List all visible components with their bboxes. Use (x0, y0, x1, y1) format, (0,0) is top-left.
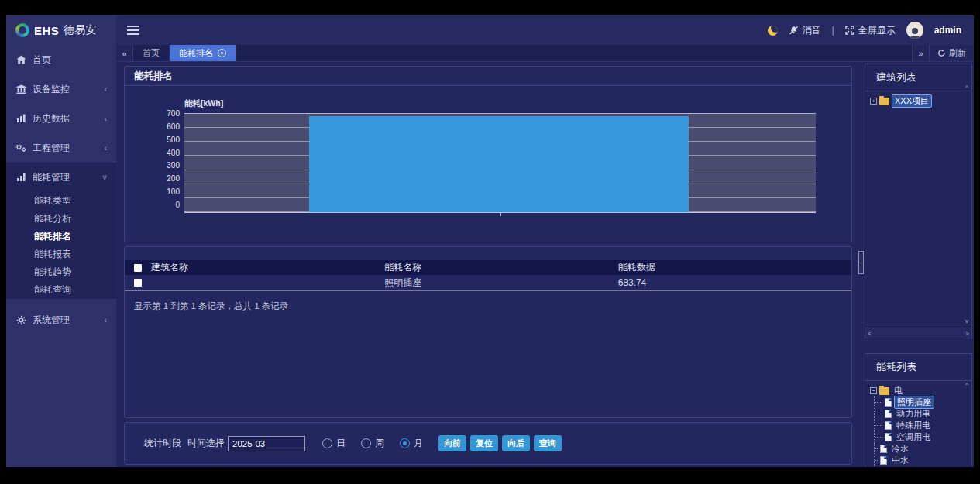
bell-muted-icon (789, 26, 799, 36)
sidebar-item-label: 系统管理 (33, 314, 70, 327)
user-avatar[interactable] (906, 22, 923, 39)
chevron-left-icon: ‹ (105, 316, 107, 324)
row-checkbox[interactable] (134, 279, 142, 287)
energy-list-title: 能耗列表 (865, 354, 971, 381)
radio-label: 日 (336, 437, 346, 450)
tree-node-cold-water[interactable]: 冷水 (875, 443, 968, 455)
scroll-down-icon[interactable]: v (965, 318, 968, 324)
sidebar-collapse-handle[interactable]: ‹ (858, 251, 864, 274)
folder-icon (879, 98, 889, 105)
time-select-label: 时间选择 (187, 437, 225, 450)
tree-node-label: 中水 (889, 455, 911, 466)
sidebar-item-project-management[interactable]: 工程管理 ‹ (6, 133, 116, 163)
theme-toggle-button[interactable] (768, 26, 778, 36)
time-input[interactable] (228, 436, 305, 451)
brand-logo: EHS 德易安 (6, 15, 116, 45)
chart-plot-area (184, 113, 816, 213)
table-row[interactable]: 照明插座 683.74 (125, 275, 851, 291)
chart-area: 能耗[kWh] 700600 500400 300200 1000 (125, 86, 851, 213)
radio-label: 周 (375, 437, 384, 450)
tree-node-label: 电 (892, 385, 905, 396)
radio-day[interactable]: 日 (322, 437, 346, 450)
tabs-scroll-left-button[interactable]: « (116, 45, 133, 61)
brand-name: 德易安 (64, 23, 96, 37)
sidebar-subitem-energy-query[interactable]: 能耗查询 (6, 281, 116, 299)
select-all-checkbox[interactable] (134, 264, 142, 272)
person-icon (908, 26, 922, 39)
radio-icon (361, 438, 371, 448)
left-sidebar: 首页 设备监控 ‹ 历史数据 ‹ 工程管理 ‹ (6, 45, 116, 467)
sidebar-item-energy-management[interactable]: 能耗管理 ˅ (6, 163, 116, 192)
sidebar-subitem-energy-ranking[interactable]: 能耗排名 (6, 228, 116, 245)
menu-toggle-icon[interactable] (127, 26, 139, 35)
sidebar-item-home[interactable]: 首页 (6, 45, 116, 74)
section-label: 统计时段 (144, 437, 181, 450)
chevron-left-icon: ‹ (105, 115, 107, 123)
tree-node-hvac-electricity[interactable]: 空调用电 (875, 431, 968, 443)
tree-node-medium-water[interactable]: 中水 (875, 455, 968, 466)
refresh-icon (937, 49, 946, 57)
tree-node-electricity[interactable]: − 电 (870, 385, 968, 396)
expand-icon[interactable]: + (870, 98, 877, 105)
sidebar-subitem-energy-analysis[interactable]: 能耗分析 (6, 210, 116, 228)
tree-node-power-electricity[interactable]: 动力用电 (875, 408, 968, 420)
query-button[interactable]: 查询 (534, 435, 562, 451)
tab-close-icon[interactable]: × (218, 49, 226, 57)
tree-node-label: 空调用电 (894, 431, 933, 443)
fullscreen-button[interactable]: 全屏显示 (845, 24, 896, 37)
y-axis-ticks: 700600 500400 300200 1000 (156, 109, 184, 209)
tree-node-label: 特殊用电 (894, 420, 933, 431)
sidebar-item-system-management[interactable]: 系统管理 ‹ (6, 305, 116, 335)
sidebar-item-device-monitoring[interactable]: 设备监控 ‹ (6, 74, 116, 104)
pagination-summary: 显示第 1 到第 1 条记录，总共 1 条记录 (125, 291, 851, 312)
tab-label: 能耗排名 (179, 47, 213, 59)
tab-home[interactable]: 首页 (133, 45, 170, 61)
radio-label: 月 (414, 437, 423, 450)
fullscreen-label: 全屏显示 (858, 24, 896, 37)
refresh-label: 刷新 (949, 47, 966, 59)
column-header-building: 建筑名称 (151, 261, 384, 274)
next-button[interactable]: 向后 (502, 435, 530, 451)
table-panel: 建筑名称 能耗名称 能耗数据 照明插座 683.74 显示第 1 到第 1 条记… (124, 246, 852, 418)
scroll-up-icon[interactable]: ^ (965, 84, 968, 91)
building-list-title: 建筑列表 (865, 64, 971, 91)
scroll-up-icon[interactable]: ^ (965, 382, 968, 388)
radio-week[interactable]: 周 (361, 437, 384, 450)
scroll-left-icon[interactable]: < (868, 330, 872, 337)
tabs-scroll-right-button[interactable]: » (912, 45, 929, 61)
tree-node-label: 冷水 (889, 443, 911, 455)
file-icon (885, 421, 892, 430)
sidebar-item-history-data[interactable]: 历史数据 ‹ (6, 104, 116, 133)
mute-button[interactable]: 消音 (789, 24, 821, 37)
file-icon (880, 445, 887, 453)
reset-button[interactable]: 复位 (470, 435, 498, 451)
collapse-icon[interactable]: − (870, 387, 877, 394)
radio-icon (400, 438, 410, 448)
tree-node-label: XXX项目 (892, 94, 932, 108)
sidebar-item-label: 历史数据 (33, 112, 70, 125)
y-axis-label: 能耗[kWh] (184, 98, 816, 109)
scroll-right-icon[interactable]: > (965, 330, 969, 337)
tree-node-lighting-socket[interactable]: 照明插座 (875, 396, 968, 408)
home-icon (15, 55, 26, 64)
moon-icon (768, 26, 778, 36)
sidebar-subitem-energy-type[interactable]: 能耗类型 (6, 192, 116, 210)
radio-month[interactable]: 月 (400, 437, 423, 450)
sidebar-subitem-energy-trend[interactable]: 能耗趋势 (6, 263, 116, 281)
refresh-button[interactable]: 刷新 (929, 45, 974, 61)
horizontal-scrollbar[interactable]: < > (865, 328, 971, 338)
cell-energy-value: 683.74 (618, 277, 851, 288)
username-label[interactable]: admin (934, 25, 961, 36)
gears-icon (15, 143, 26, 153)
table-header-row: 建筑名称 能耗名称 能耗数据 (125, 260, 851, 275)
nav-divider: | (832, 25, 834, 36)
sidebar-subitem-energy-report[interactable]: 能耗报表 (6, 245, 116, 263)
sidebar-group-energy: 能耗管理 ˅ 能耗类型 能耗分析 能耗排名 能耗报表 能耗趋势 能耗查询 (6, 163, 116, 299)
prev-button[interactable]: 向前 (438, 435, 466, 451)
building-tree: + XXX项目 (865, 91, 971, 110)
energy-tree: − 电 照明插座 动力用电 (865, 381, 971, 467)
tree-node-special-electricity[interactable]: 特殊用电 (875, 420, 968, 431)
tab-energy-ranking[interactable]: 能耗排名 × (170, 45, 236, 61)
content-area: 能耗排名 能耗[kWh] 700600 500400 300200 1000 (116, 63, 974, 467)
tree-node-project[interactable]: + XXX项目 (870, 95, 968, 107)
